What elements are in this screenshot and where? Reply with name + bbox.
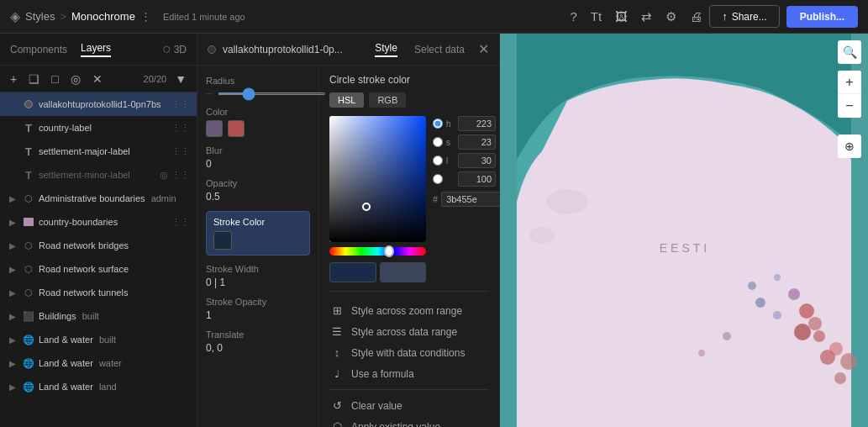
hsl-a-input[interactable] (458, 171, 496, 187)
print-icon[interactable]: 🖨 (690, 9, 702, 24)
layer-expand-roadtunnels[interactable]: ▶ (7, 288, 18, 298)
hsl-s-radio[interactable] (433, 137, 443, 147)
hsl-a-radio[interactable] (433, 174, 443, 184)
stroke-width-label: Stroke Width (206, 264, 310, 274)
hide-layer-button[interactable]: ◎ (67, 71, 84, 87)
tab-select-data[interactable]: Select data (414, 44, 465, 55)
layer-item-road-surface[interactable]: ▶ ⬡ Road network surface (0, 257, 197, 281)
layer-item-settlement-minor[interactable]: T settlement-minor-label ◎ ⋮⋮ (0, 163, 197, 187)
mid-close-button[interactable]: ✕ (478, 41, 489, 57)
gradient-box[interactable] (329, 116, 426, 242)
layer-item-road-tunnels[interactable]: ▶ ⬡ Road network tunnels (0, 281, 197, 304)
map-zoom-in-button[interactable]: + (838, 71, 861, 94)
action-style-zoom[interactable]: ⊞ Style across zoom range (329, 300, 489, 321)
brand-styles[interactable]: Styles (25, 10, 55, 23)
compare-icon[interactable]: ⇄ (641, 9, 652, 24)
hue-slider[interactable] (329, 247, 426, 256)
gradient-cursor (362, 203, 371, 211)
mid-scroll: Radius ··· Color (197, 66, 499, 427)
tab-3d[interactable]: ⬡ 3D (163, 44, 187, 55)
radius-slider[interactable] (218, 92, 326, 95)
help-icon[interactable]: ? (570, 9, 576, 24)
action-apply-existing[interactable]: ⬡ Apply existing value (329, 416, 489, 427)
layer-menu-setminor[interactable]: ⋮⋮ (171, 170, 190, 181)
topbar-icons: ? Tt 🖼 ⇄ ⚙ 🖨 (570, 9, 702, 24)
layer-item-land-land[interactable]: ▶ 🌐 Land & water land (0, 375, 197, 398)
layer-name-buildings: Buildings built (39, 311, 190, 321)
svg-point-9 (794, 324, 811, 340)
layer-expand-landwater[interactable]: ▶ (7, 359, 18, 368)
layer-item-country-label[interactable]: T country-label ⋮⋮ (0, 116, 197, 140)
add-layer-button[interactable]: + (7, 71, 20, 87)
rgb-mode-button[interactable]: RGB (369, 92, 406, 108)
layer-expand-admin[interactable]: ▶ (7, 194, 18, 203)
main: Components Layers ⬡ 3D + ❏ □ ◎ ✕ 20/20 ▼ (0, 34, 868, 427)
image-icon[interactable]: 🖼 (615, 9, 628, 24)
layer-hidden-setminor[interactable]: ◎ (160, 170, 168, 181)
layer-item-settlement-major[interactable]: T settlement-major-label ⋮⋮ (0, 140, 197, 163)
publish-button[interactable]: Publish... (786, 6, 858, 28)
layer-item-land-built[interactable]: ▶ 🌐 Land & water built (0, 328, 197, 351)
map-search-button[interactable]: 🔍 (838, 40, 861, 64)
hsl-a-row: ▲ ▼ (433, 171, 499, 187)
divider-2 (329, 389, 489, 390)
hsl-l-input[interactable] (458, 153, 496, 168)
topbar-menu-icon[interactable]: ⋮ (140, 10, 151, 23)
layer-expand-roadbridges[interactable]: ▶ (7, 241, 18, 250)
hsl-h-input[interactable] (458, 116, 496, 131)
layer-item-countrybounds[interactable]: ▶ country-boundaries ⋮⋮ (0, 210, 197, 234)
layer-menu-vallakohtu[interactable]: ⋮⋮ (171, 99, 190, 110)
group-layer-button[interactable]: □ (48, 71, 61, 87)
map-zoom-out-button[interactable]: − (838, 94, 861, 118)
layer-item-land-water[interactable]: ▶ 🌐 Land & water water (0, 351, 197, 375)
style-conditions-label: Style with data conditions (351, 347, 465, 359)
layer-item-admin[interactable]: ▶ ⬡ Administrative boundaries admin (0, 187, 197, 210)
filter-layers-button[interactable]: ▼ (171, 71, 190, 87)
tab-components[interactable]: Components (10, 44, 67, 55)
layer-expand-landbuilt[interactable]: ▶ (7, 335, 18, 345)
layer-item-road-bridges[interactable]: ▶ ⬡ Road network bridges (0, 234, 197, 257)
layer-item-buildings[interactable]: ▶ ⬛ Buildings built (0, 304, 197, 328)
layer-name-landwater: Land & water water (39, 358, 190, 368)
blur-section: Blur 0 (206, 145, 310, 170)
color-preview-new (380, 262, 427, 282)
action-use-formula[interactable]: ♩ Use a formula (329, 363, 489, 384)
layer-icon-roadsurface: ⬡ (22, 262, 35, 276)
layer-expand-roadsurface[interactable]: ▶ (7, 265, 18, 274)
search-icon: 🔍 (843, 45, 857, 59)
hsl-h-radio[interactable] (433, 119, 443, 129)
gradient-picker[interactable] (329, 116, 426, 282)
hsl-s-input[interactable] (458, 134, 496, 150)
map-compass-button[interactable]: ⊕ (838, 134, 861, 158)
share-button[interactable]: ↑ Share... (709, 5, 780, 28)
action-style-conditions[interactable]: ↕ Style with data conditions (329, 342, 489, 363)
action-style-data[interactable]: ☰ Style across data range (329, 321, 489, 342)
hsl-mode-button[interactable]: HSL (329, 92, 364, 108)
map-area[interactable]: EESTI 🔍 + − ⊕ (500, 34, 868, 427)
font-icon[interactable]: Tt (591, 9, 602, 24)
layer-menu-setmajor[interactable]: ⋮⋮ (171, 146, 190, 157)
layer-item-vallakohtu[interactable]: vallakohtuprotokollid1-0pn7bs ⋮⋮ (0, 92, 197, 116)
style-data-label: Style across data range (351, 326, 457, 338)
duplicate-layer-button[interactable]: ❏ (25, 71, 43, 87)
hex-hash: # (433, 194, 438, 204)
layer-expand-buildings[interactable]: ▶ (7, 312, 18, 321)
layer-menu-country[interactable]: ⋮⋮ (171, 123, 190, 134)
tab-layers[interactable]: Layers (81, 42, 111, 57)
color-swatch-2[interactable] (228, 120, 245, 137)
delete-layer-button[interactable]: ✕ (89, 71, 106, 87)
hsl-l-radio[interactable] (433, 156, 443, 166)
color-label: Color (206, 107, 310, 117)
layer-expand-countrybounds[interactable]: ▶ (7, 218, 18, 227)
layer-menu-countrybounds[interactable]: ⋮⋮ (171, 217, 190, 228)
svg-point-18 (834, 372, 846, 384)
action-clear-value[interactable]: ↺ Clear value (329, 395, 489, 416)
stroke-width-section: Stroke Width 0 | 1 (206, 264, 310, 288)
style-zoom-icon: ⊞ (329, 304, 345, 317)
settings-icon[interactable]: ⚙ (665, 9, 676, 24)
color-swatch-1[interactable] (206, 120, 223, 137)
layer-expand-landlnd[interactable]: ▶ (7, 382, 18, 392)
hex-input[interactable] (441, 192, 499, 207)
stroke-color-swatch[interactable] (213, 231, 232, 250)
tab-style[interactable]: Style (375, 42, 397, 57)
